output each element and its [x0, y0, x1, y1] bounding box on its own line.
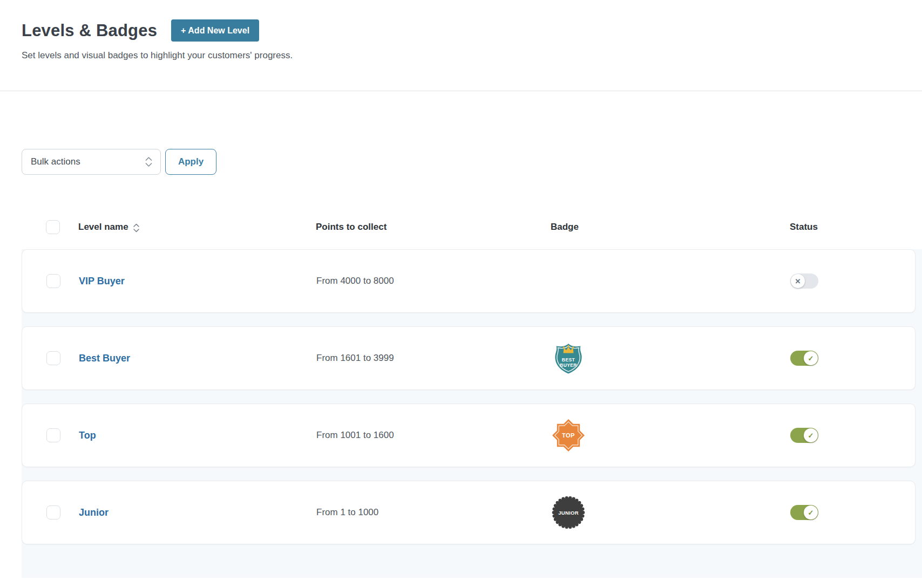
status-toggle[interactable]: ✕: [790, 274, 818, 289]
top-star-badge-icon: TOP: [551, 418, 586, 453]
points-range: From 1601 to 3999: [316, 353, 394, 363]
svg-text:BEST: BEST: [562, 357, 575, 363]
toggle-knob-icon: ✓: [804, 505, 818, 519]
add-new-level-button[interactable]: + Add New Level: [171, 19, 259, 42]
levels-list: VIP Buyer From 4000 to 8000 ✕ Best Buyer…: [22, 249, 922, 578]
column-header-points: Points to collect: [316, 222, 387, 233]
chevron-up-down-icon: [145, 156, 153, 168]
points-range: From 4000 to 8000: [316, 276, 394, 286]
row-checkbox[interactable]: [46, 274, 60, 288]
sort-icon[interactable]: [133, 223, 140, 233]
column-header-level-name: Level name: [78, 222, 128, 233]
column-header-status: Status: [790, 222, 818, 233]
column-header-badge: Badge: [551, 222, 579, 233]
select-all-checkbox[interactable]: [46, 220, 60, 234]
points-range: From 1001 to 1600: [316, 430, 394, 440]
svg-text:TOP: TOP: [562, 432, 575, 439]
bulk-actions-select[interactable]: Bulk actions: [22, 149, 161, 175]
page-header: Levels & Badges + Add New Level Set leve…: [0, 0, 922, 91]
bulk-actions-toolbar: Bulk actions Apply: [22, 149, 922, 175]
toggle-knob-icon: ✕: [791, 274, 805, 288]
row-checkbox[interactable]: [46, 351, 60, 365]
table-row: Best Buyer From 1601 to 3999 BESTBUYER ✓: [22, 326, 916, 390]
bulk-actions-selected-value: Bulk actions: [31, 156, 80, 167]
table-row: Junior From 1 to 1000 JUNIOR ✓: [22, 481, 916, 544]
svg-text:JUNIOR: JUNIOR: [558, 510, 579, 516]
table-row: Top From 1001 to 1600 TOP ✓: [22, 404, 916, 467]
junior-circle-badge-icon: JUNIOR: [551, 495, 586, 530]
apply-button[interactable]: Apply: [165, 149, 216, 175]
svg-text:BUYER: BUYER: [560, 363, 577, 368]
status-toggle[interactable]: ✓: [790, 428, 818, 443]
level-name-link[interactable]: Best Buyer: [79, 353, 130, 364]
table-row: VIP Buyer From 4000 to 8000 ✕: [22, 249, 916, 313]
status-toggle[interactable]: ✓: [790, 351, 818, 366]
table-header-row: Level name Points to collect Badge Statu…: [22, 217, 918, 237]
level-name-link[interactable]: VIP Buyer: [79, 276, 125, 286]
toggle-knob-icon: ✓: [804, 351, 818, 365]
row-checkbox[interactable]: [46, 428, 60, 442]
level-name-link[interactable]: Top: [79, 430, 96, 441]
toggle-knob-icon: ✓: [804, 428, 818, 442]
points-range: From 1 to 1000: [316, 507, 378, 517]
status-toggle[interactable]: ✓: [790, 505, 818, 520]
level-name-link[interactable]: Junior: [79, 507, 109, 518]
best-buyer-shield-badge-icon: BESTBUYER: [551, 341, 586, 375]
page-title: Levels & Badges: [22, 21, 157, 40]
page-subtitle: Set levels and visual badges to highligh…: [22, 50, 900, 61]
row-checkbox[interactable]: [46, 505, 60, 519]
